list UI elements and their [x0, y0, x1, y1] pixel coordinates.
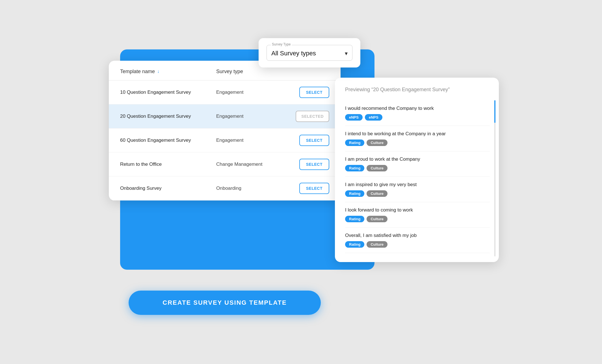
select-button[interactable]: SELECT: [299, 87, 329, 98]
tag-culture: Culture: [367, 140, 387, 146]
preview-question: I would recommend the Company to work eN…: [345, 101, 490, 126]
row-template-name: 20 Question Engagement Survey: [120, 114, 216, 119]
survey-type-select[interactable]: All Survey types ▾: [271, 48, 348, 57]
row-survey-type: Engagement: [216, 90, 290, 95]
table-row: Return to the Office Change Management S…: [109, 152, 341, 176]
tag-culture: Culture: [367, 165, 387, 171]
select-button[interactable]: SELECT: [299, 183, 329, 194]
question-tags: eNPS eNPS: [345, 114, 490, 121]
tag-rating: Rating: [345, 165, 364, 171]
row-survey-type: Change Management: [216, 162, 290, 167]
question-tags: Rating Culture: [345, 190, 490, 197]
question-text: I intend to be working at the Company in…: [345, 131, 490, 137]
sort-icon[interactable]: ↓: [157, 69, 159, 74]
create-survey-button[interactable]: CREATE SURVEY USING TEMPLATE: [129, 291, 321, 315]
table-row: Onboarding Survey Onboarding SELECT: [109, 176, 341, 200]
tag-rating: Rating: [345, 216, 364, 222]
row-action: SELECT: [290, 87, 329, 98]
row-survey-type: Engagement: [216, 138, 290, 143]
question-tags: Rating Culture: [345, 216, 490, 222]
question-tags: Rating Culture: [345, 140, 490, 146]
column-header-name: Template name ↓: [120, 69, 216, 75]
preview-question: I am proud to work at the Company Rating…: [345, 151, 490, 177]
template-table-card: Template name ↓ Survey type 10 Question …: [109, 61, 341, 200]
preview-question: I intend to be working at the Company in…: [345, 126, 490, 151]
row-action: SELECTED: [290, 111, 329, 122]
question-text: I would recommend the Company to work: [345, 106, 490, 111]
question-tags: Rating Culture: [345, 241, 490, 248]
question-text: I look forward to coming to work: [345, 207, 490, 213]
table-row: 10 Question Engagement Survey Engagement…: [109, 80, 341, 104]
dropdown-value: All Survey types: [271, 50, 316, 57]
row-template-name: 10 Question Engagement Survey: [120, 90, 216, 95]
row-template-name: Return to the Office: [120, 162, 216, 167]
chevron-down-icon: ▾: [345, 50, 348, 57]
preview-card: Previewing “20 Question Engagement Surve…: [335, 78, 499, 262]
question-text: I am inspired to give my very best: [345, 182, 490, 188]
row-template-name: Onboarding Survey: [120, 186, 216, 191]
tag-culture: Culture: [367, 241, 387, 248]
selected-button: SELECTED: [296, 111, 329, 122]
preview-question: I look forward to coming to work Rating …: [345, 202, 490, 228]
tag-culture: Culture: [367, 190, 387, 197]
select-button[interactable]: SELECT: [299, 159, 329, 170]
tag-enps: eNPS: [345, 114, 363, 121]
column-header-type: Survey type: [216, 69, 290, 75]
question-text: I am proud to work at the Company: [345, 156, 490, 162]
row-action: SELECT: [290, 183, 329, 194]
preview-title: Previewing “20 Question Engagement Surve…: [345, 87, 490, 93]
question-tags: Rating Culture: [345, 165, 490, 171]
row-survey-type: Engagement: [216, 114, 290, 119]
question-text: Overall, I am satisfied with my job: [345, 233, 490, 238]
preview-question: Overall, I am satisfied with my job Rati…: [345, 228, 490, 253]
tag-rating: Rating: [345, 140, 364, 146]
dropdown-wrapper[interactable]: Survey Type All Survey types ▾: [267, 45, 352, 61]
row-action: SELECT: [290, 159, 329, 170]
scrollbar[interactable]: [494, 100, 495, 256]
scroll-thumb: [494, 100, 495, 123]
preview-question: I am inspired to give my very best Ratin…: [345, 177, 490, 202]
tag-enps: eNPS: [365, 114, 382, 121]
create-button-wrapper: CREATE SURVEY USING TEMPLATE: [109, 291, 341, 315]
row-survey-type: Onboarding: [216, 186, 290, 191]
tag-rating: Rating: [345, 241, 364, 248]
tag-culture: Culture: [367, 216, 387, 222]
row-template-name: 60 Question Engagement Survey: [120, 138, 216, 143]
table-row: 20 Question Engagement Survey Engagement…: [109, 104, 341, 128]
tag-rating: Rating: [345, 190, 364, 197]
table-row: 60 Question Engagement Survey Engagement…: [109, 128, 341, 152]
dropdown-label: Survey Type: [271, 42, 292, 46]
row-action: SELECT: [290, 135, 329, 146]
survey-type-dropdown-card: Survey Type All Survey types ▾: [259, 38, 360, 67]
select-button[interactable]: SELECT: [299, 135, 329, 146]
scene: Survey Type All Survey types ▾ Template …: [103, 27, 499, 337]
